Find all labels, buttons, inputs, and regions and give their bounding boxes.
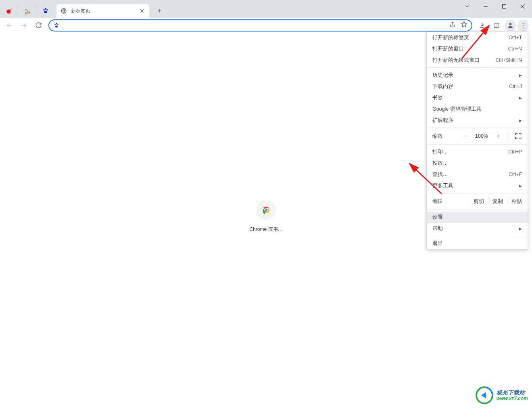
window-controls xyxy=(458,0,532,13)
share-icon[interactable] xyxy=(449,21,456,29)
svg-point-5 xyxy=(46,9,48,11)
shortcut-label: Chrome 应用… xyxy=(249,226,282,233)
menu-passwords[interactable]: Google 密码管理工具 xyxy=(427,103,528,115)
zoom-value: 100% xyxy=(473,133,490,139)
chevron-right-icon: ▸ xyxy=(519,94,522,101)
menu-edit-row: 编辑 剪切 复制 粘贴 xyxy=(427,195,528,208)
svg-point-10 xyxy=(56,23,57,24)
svg-point-17 xyxy=(523,27,524,27)
svg-point-6 xyxy=(44,11,47,13)
zoom-out-button[interactable]: − xyxy=(460,132,470,140)
globe-icon xyxy=(61,8,67,14)
weibo-icon[interactable] xyxy=(6,7,13,15)
forward-button[interactable] xyxy=(17,19,31,31)
menu-separator xyxy=(427,210,528,210)
menu-new-window[interactable]: 打开新的窗口Ctrl+N xyxy=(427,43,528,55)
svg-point-11 xyxy=(57,23,58,25)
menu-downloads[interactable]: 下载内容Ctrl+J xyxy=(427,81,528,92)
fullscreen-icon[interactable] xyxy=(515,132,522,140)
svg-point-4 xyxy=(45,8,46,10)
cut-button[interactable]: 剪切 xyxy=(469,197,488,207)
menu-print[interactable]: 打印…Ctrl+P xyxy=(427,146,528,157)
watermark-url: www.xz7.com xyxy=(497,396,528,401)
menu-extensions[interactable]: 扩展程序▸ xyxy=(427,115,528,126)
minimize-button[interactable] xyxy=(476,0,495,13)
hao-icon[interactable]: hao xyxy=(24,7,31,15)
toolbar-right-icons xyxy=(476,19,530,31)
svg-point-14 xyxy=(509,23,511,25)
reload-button[interactable] xyxy=(31,19,45,31)
chevron-right-icon: ▸ xyxy=(519,72,522,78)
more-menu-button[interactable] xyxy=(517,20,529,31)
svg-point-20 xyxy=(265,209,267,211)
menu-exit[interactable]: 退出 xyxy=(427,238,528,249)
svg-point-12 xyxy=(55,25,58,27)
browser-tab[interactable]: 新标签页 xyxy=(56,4,149,18)
menu-separator xyxy=(427,193,528,193)
svg-point-1 xyxy=(10,9,11,10)
tab-title: 新标签页 xyxy=(71,8,139,15)
svg-rect-13 xyxy=(494,23,499,27)
menu-incognito[interactable]: 打开新的无痕式窗口Ctrl+Shift+N xyxy=(427,55,528,66)
taskbar-pinned-icons-2: hao xyxy=(18,7,36,18)
svg-point-3 xyxy=(44,9,45,11)
menu-find[interactable]: 查找…Ctrl+F xyxy=(427,169,528,180)
chrome-apps-shortcut[interactable]: Chrome 应用… xyxy=(249,200,282,233)
zoom-in-button[interactable]: + xyxy=(493,132,503,140)
browser-toolbar xyxy=(0,18,532,33)
menu-history[interactable]: 历史记录▸ xyxy=(427,69,528,81)
svg-point-15 xyxy=(523,23,524,24)
url-input[interactable] xyxy=(63,22,449,28)
menu-settings[interactable]: 设置 xyxy=(427,212,528,223)
copy-button[interactable]: 复制 xyxy=(488,197,507,207)
downloads-icon[interactable] xyxy=(476,19,488,31)
baidu-paw-icon[interactable] xyxy=(42,7,49,15)
profile-avatar-icon[interactable] xyxy=(505,20,516,31)
svg-rect-8 xyxy=(503,5,506,8)
baidu-paw-icon xyxy=(53,22,60,29)
svg-point-0 xyxy=(6,9,11,14)
menu-cast[interactable]: 投放… xyxy=(427,157,528,169)
close-window-button[interactable] xyxy=(513,0,532,13)
chrome-apps-icon xyxy=(256,200,275,220)
back-button[interactable] xyxy=(2,19,16,31)
svg-text:hao: hao xyxy=(25,12,30,15)
watermark: 极光下载站 www.xz7.com xyxy=(475,386,528,405)
menu-help[interactable]: 帮助▸ xyxy=(427,223,528,234)
menu-separator xyxy=(427,67,528,68)
chevron-right-icon: ▸ xyxy=(519,117,522,124)
address-bar[interactable] xyxy=(48,19,472,31)
svg-point-16 xyxy=(523,25,524,25)
menu-bookmarks[interactable]: 书签▸ xyxy=(427,92,528,103)
menu-new-tab[interactable]: 打开新的标签页Ctrl+T xyxy=(427,32,528,43)
chevron-right-icon: ▸ xyxy=(519,225,522,232)
bookmark-star-icon[interactable] xyxy=(461,21,467,29)
menu-zoom: 缩放 − 100% + xyxy=(427,130,528,143)
watermark-title: 极光下载站 xyxy=(497,389,528,396)
menu-separator xyxy=(427,144,528,145)
taskbar-pinned-icons-3 xyxy=(36,7,54,18)
chevron-right-icon: ▸ xyxy=(519,182,522,189)
watermark-logo-icon xyxy=(475,386,494,405)
taskbar-pinned-icons xyxy=(0,7,18,18)
paste-button[interactable]: 粘贴 xyxy=(507,197,526,207)
window-dropdown-button[interactable] xyxy=(458,0,476,13)
new-tab-button[interactable]: + xyxy=(154,5,165,17)
menu-separator xyxy=(427,128,528,128)
close-icon[interactable] xyxy=(139,8,145,14)
side-panel-icon[interactable] xyxy=(490,19,503,31)
maximize-button[interactable] xyxy=(495,0,513,13)
svg-point-9 xyxy=(54,23,56,25)
menu-separator xyxy=(427,236,528,236)
menu-more-tools[interactable]: 更多工具▸ xyxy=(427,180,528,191)
browser-main-menu: 打开新的标签页Ctrl+T 打开新的窗口Ctrl+N 打开新的无痕式窗口Ctrl… xyxy=(426,31,528,250)
omnibox-actions xyxy=(449,21,467,29)
titlebar: hao 新标签页 + xyxy=(0,0,532,18)
